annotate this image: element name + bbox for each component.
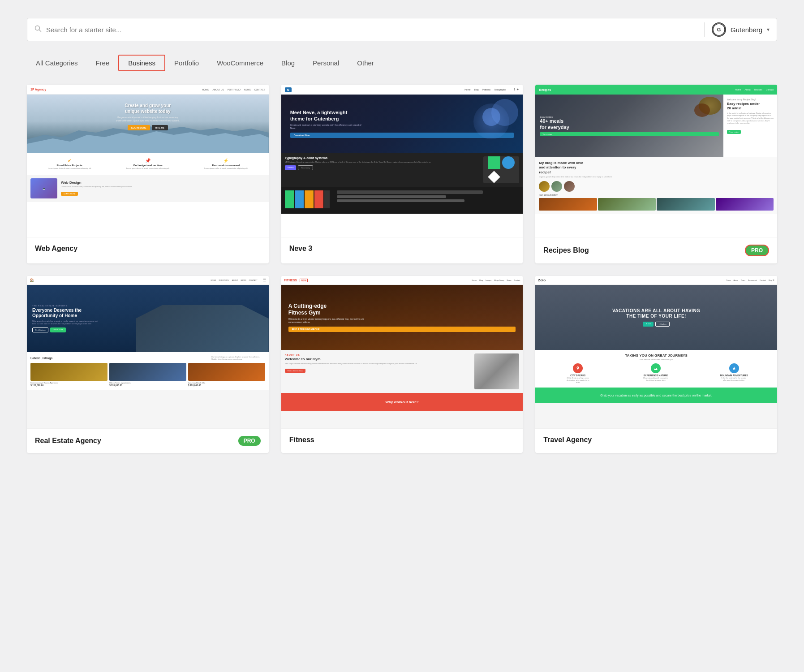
tab-personal[interactable]: Personal: [304, 56, 348, 70]
category-tabs: All Categories Free Business Portfolio W…: [27, 55, 777, 71]
card-preview-neve3: N Home Blog Patterns Typography f ✦: [281, 85, 523, 237]
search-bar: G Gutenberg ▾: [27, 18, 777, 41]
chevron-down-icon: ▾: [767, 26, 770, 33]
card-web-agency[interactable]: 1F Agency HOME ABOUT US PORTFOLIO NEWS C…: [27, 85, 269, 263]
card-footer-web-agency: Web Agency: [27, 237, 269, 260]
tab-all-categories[interactable]: All Categories: [27, 56, 86, 70]
card-footer-fitness: Fitness: [281, 428, 523, 451]
card-title-real-estate: Real Estate Agency: [35, 437, 101, 445]
card-title-travel-agency: Travel Agency: [543, 436, 592, 444]
card-footer-real-estate: Real Estate Agency PRO: [27, 428, 269, 453]
card-real-estate[interactable]: 🏠 HOME DIRECTORY ABOUT NEWS CONTACT ☰ TH…: [27, 276, 269, 453]
card-preview-web-agency: 1F Agency HOME ABOUT US PORTFOLIO NEWS C…: [27, 85, 269, 237]
card-title-neve3: Neve 3: [289, 245, 313, 253]
tab-portfolio[interactable]: Portfolio: [165, 56, 208, 70]
builder-label: Gutenberg: [731, 26, 762, 34]
tab-free[interactable]: Free: [86, 56, 118, 70]
card-preview-travel-agency: Zolo Tours About Team Sommerset Contact …: [535, 276, 777, 428]
card-title-recipes-blog: Recipes Blog: [543, 246, 589, 254]
card-neve3[interactable]: N Home Blog Patterns Typography f ✦: [281, 85, 523, 263]
gutenberg-logo-icon: G: [712, 22, 726, 37]
card-recipes-blog[interactable]: Recipes Home About Recipes Contact: [535, 85, 777, 263]
card-footer-travel-agency: Travel Agency: [535, 428, 777, 451]
tab-business[interactable]: Business: [118, 55, 165, 71]
card-fitness[interactable]: FITNESS NEW Home Blog Images Mega Group …: [281, 276, 523, 453]
search-input[interactable]: [46, 26, 704, 34]
search-icon: [34, 25, 42, 34]
card-travel-agency[interactable]: Zolo Tours About Team Sommerset Contact …: [535, 276, 777, 453]
cards-grid: 1F Agency HOME ABOUT US PORTFOLIO NEWS C…: [27, 85, 777, 453]
card-title-fitness: Fitness: [289, 436, 314, 444]
card-footer-neve3: Neve 3: [281, 237, 523, 260]
card-preview-fitness: FITNESS NEW Home Blog Images Mega Group …: [281, 276, 523, 428]
card-footer-recipes-blog: Recipes Blog PRO: [535, 237, 777, 263]
card-preview-recipes-blog: Recipes Home About Recipes Contact: [535, 85, 777, 237]
builder-selector[interactable]: G Gutenberg ▾: [704, 22, 770, 37]
tab-blog[interactable]: Blog: [272, 56, 304, 70]
card-title-web-agency: Web Agency: [35, 245, 77, 253]
svg-text:G: G: [717, 27, 721, 32]
pro-badge-recipes: PRO: [745, 245, 769, 256]
tab-other[interactable]: Other: [348, 56, 383, 70]
tab-woocommerce[interactable]: WooCommerce: [208, 56, 272, 70]
svg-line-1: [39, 30, 41, 32]
pro-badge-real-estate: PRO: [238, 436, 261, 446]
card-preview-real-estate: 🏠 HOME DIRECTORY ABOUT NEWS CONTACT ☰ TH…: [27, 276, 269, 428]
svg-marker-5: [27, 131, 269, 153]
